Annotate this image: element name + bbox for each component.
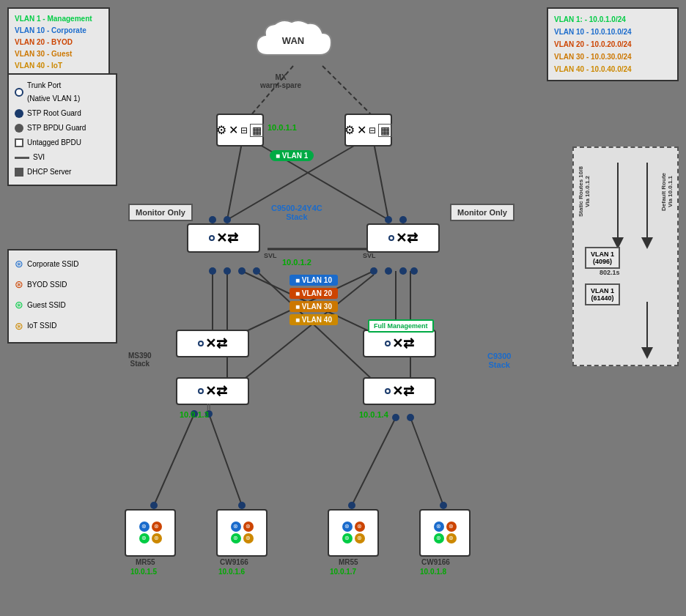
- c9300-ip-label: 10.0.1.4: [359, 410, 388, 419]
- vlan20-legend: VLAN 20 - BYOD: [15, 37, 103, 48]
- mr55-right-label: MR55: [339, 558, 358, 566]
- vlan30-ip-label: VLAN 30 - 10.0.30.0/24: [554, 53, 632, 61]
- svg-point-36: [410, 267, 418, 275]
- cw9166-left-ap: ⊛ ⊛ ⊛ ⊛: [216, 509, 268, 557]
- svg-point-28: [399, 216, 407, 223]
- stp-root-guard-legend: STP Root Guard: [15, 107, 110, 120]
- svg-point-52: [440, 502, 447, 509]
- ms390-ip-label: 10.0.1.3: [180, 410, 209, 419]
- vlan-legend: VLAN 1 - Management VLAN 10 - Corporate …: [7, 7, 110, 78]
- vlan40-ip-label: VLAN 40 - 10.0.40.0/24: [554, 65, 632, 73]
- vlan20-ip-label: VLAN 20 - 10.0.20.0/24: [554, 40, 632, 48]
- svg-point-33: [370, 267, 377, 275]
- svg-point-51: [348, 502, 355, 509]
- svg-point-32: [253, 267, 260, 275]
- vlan30-legend: VLAN 30 - Guest: [15, 48, 103, 60]
- svl-left-label: SVL: [264, 252, 277, 259]
- svg-point-27: [385, 216, 392, 223]
- vlan20-tag: ■ VLAN 20: [289, 288, 338, 299]
- svg-point-26: [224, 216, 231, 223]
- mx-left-switch: ⚙ ✕ ⊟ ▦: [216, 114, 264, 146]
- dot1s-label: 802.1s: [600, 269, 620, 276]
- svg-line-16: [209, 414, 242, 505]
- vlan40-tag: ■ VLAN 40: [289, 314, 338, 325]
- svg-point-31: [238, 267, 246, 275]
- svg-point-47: [392, 414, 399, 421]
- vlan40-legend: VLAN 40 - IoT: [15, 60, 103, 72]
- cw9166-right-ap: ⊛ ⊛ ⊛ ⊛: [419, 509, 471, 557]
- mr55-left-ap: ⊛ ⊛ ⊛ ⊛: [125, 509, 176, 557]
- dhcp-server-legend: DHCP Server: [15, 166, 110, 179]
- svl-right-label: SVL: [363, 252, 376, 259]
- c9500-left-switch: ✕⇄: [187, 223, 260, 253]
- svg-point-30: [224, 267, 231, 275]
- vlan1-legend: VLAN 1 - Management: [15, 13, 103, 25]
- svg-line-15: [154, 414, 194, 505]
- mx-right-switch: ⚙ ✕ ⊟ ▦: [344, 114, 392, 146]
- corporate-ssid-legend: ⊛ Corporate SSID: [15, 255, 110, 273]
- untagged-bpdu-legend: Untagged BPDU: [15, 136, 110, 149]
- c9500-ip-label: 10.0.1.2: [282, 258, 311, 267]
- monitor-only-left: Monitor Only: [128, 204, 193, 221]
- svg-point-49: [150, 502, 158, 509]
- mr55-right-ip: 10.0.1.7: [330, 568, 356, 576]
- ms390-bottom-switch: ✕⇄ ||: [176, 377, 249, 405]
- svg-text:WAN: WAN: [282, 35, 304, 46]
- vlan10-tag: ■ VLAN 10: [289, 275, 338, 286]
- vlan10-legend: VLAN 10 - Corporate: [15, 25, 103, 37]
- wan-cloud: WAN: [249, 15, 337, 66]
- routing-diagram: Static Routes 10/8Via 10.0.1.2 Default R…: [572, 146, 679, 366]
- mr55-left-label: MR55: [136, 558, 155, 566]
- svg-point-50: [238, 502, 246, 509]
- mx-label: MXwarm-spare: [260, 73, 301, 89]
- mr55-left-ip: 10.0.1.5: [130, 568, 157, 576]
- icons-legend: Trunk Port(Native VLAN 1) STP Root Guard…: [7, 73, 117, 186]
- svg-line-1: [322, 66, 374, 117]
- c9500-right-switch: ✕⇄: [366, 223, 440, 253]
- c9300-bottom-switch: ✕⇄: [363, 377, 436, 405]
- vlan10-ip-label: VLAN 10 - 10.0.10.0/24: [554, 28, 632, 36]
- ssid-legend: ⊛ Corporate SSID ⊛ BYOD SSID ⊛ Guest SSI…: [7, 249, 117, 344]
- svg-point-48: [407, 414, 414, 421]
- stp-bpdu-guard-legend: STP BPDU Guard: [15, 122, 110, 135]
- guest-ssid-legend: ⊛ Guest SSID: [15, 296, 110, 314]
- svg-line-17: [352, 418, 396, 505]
- full-management-badge: Full Management: [368, 319, 434, 333]
- vlan1-ip-label: VLAN 1: - 10.0.1.0/24: [554, 15, 626, 23]
- svg-point-34: [385, 267, 392, 275]
- svg-line-18: [410, 418, 443, 505]
- cw9166-right-label: CW9166: [421, 558, 450, 566]
- svg-point-29: [209, 267, 216, 275]
- vlan30-tag: ■ VLAN 30: [289, 301, 338, 312]
- vlan1-4096-box: VLAN 1(4096): [585, 247, 620, 269]
- svg-point-35: [399, 267, 407, 275]
- network-diagram: VLAN 1 - Management VLAN 10 - Corporate …: [0, 0, 686, 616]
- iot-ssid-legend: ⊛ IoT SSID: [15, 317, 110, 335]
- svi-legend: SVI: [15, 151, 110, 164]
- mr55-right-ap: ⊛ ⊛ ⊛ ⊛: [328, 509, 379, 557]
- byod-ssid-legend: ⊛ BYOD SSID: [15, 275, 110, 294]
- monitor-only-right: Monitor Only: [450, 204, 514, 221]
- ms390-label: MS390Stack: [128, 352, 152, 368]
- c9300-label: C9300Stack: [487, 352, 511, 369]
- cw9166-left-ip: 10.0.1.6: [218, 568, 245, 576]
- cw9166-right-ip: 10.0.1.8: [420, 568, 446, 576]
- svg-line-5: [374, 143, 388, 220]
- default-route-label: Default RouteVia 10.0.1.1: [660, 152, 674, 232]
- c9300-top-switch: ✕⇄ Full Management: [363, 330, 436, 357]
- vlan-ip-legend: VLAN 1: - 10.0.1.0/24 VLAN 10 - 10.0.10.…: [547, 7, 679, 81]
- svg-line-2: [227, 143, 242, 220]
- trunk-port-legend: Trunk Port(Native VLAN 1): [15, 79, 110, 105]
- mx-ip-label: 10.0.1.1: [268, 123, 297, 132]
- ms390-top-switch: ✕⇄: [176, 330, 249, 357]
- vlan1-61440-box: VLAN 1(61440): [585, 283, 620, 305]
- vlan1-badge: ■ VLAN 1: [270, 150, 314, 161]
- cw9166-left-label: CW9166: [220, 558, 248, 566]
- svg-point-25: [209, 216, 216, 223]
- c9500-label: C9500-24Y4CStack: [271, 204, 322, 221]
- static-routes-label: Static Routes 10/8Via 10.0.1.2: [578, 152, 591, 232]
